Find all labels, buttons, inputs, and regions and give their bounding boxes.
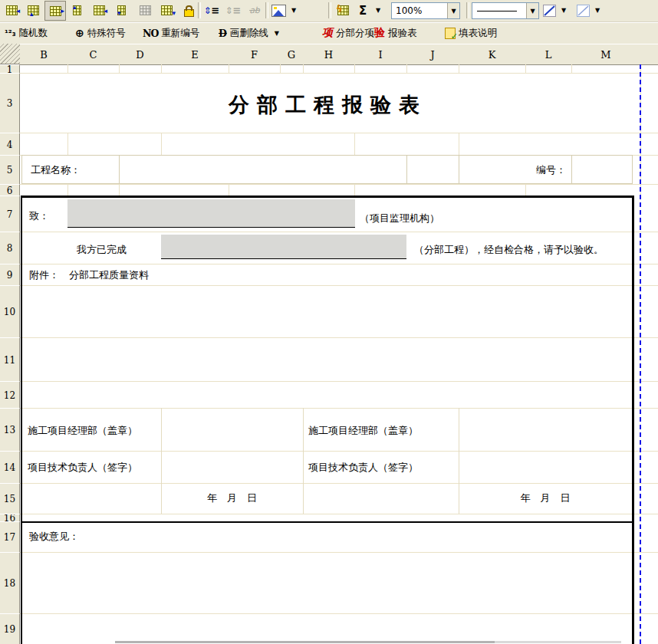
picture-dropdown-arrow-icon[interactable]: ▼	[288, 2, 299, 19]
renumber-button[interactable]: NO重新编号	[143, 25, 199, 41]
split-cell-icon[interactable]: ▴	[23, 2, 43, 19]
form-title: 分部工程报验表	[21, 91, 634, 119]
bottom-partial-border	[495, 641, 621, 643]
gridline	[67, 64, 68, 73]
column-header-G[interactable]: G	[280, 44, 304, 65]
special-symbol-button[interactable]: ⊕特殊符号	[75, 25, 126, 41]
strikethrough-dropdown-arrow-icon[interactable]: ▼	[275, 30, 279, 37]
row-header-15[interactable]: 15	[0, 483, 20, 515]
sign-label-right: 项目技术负责人（签字）	[308, 461, 418, 475]
insert-column-icon[interactable]: ◂	[89, 2, 109, 19]
gridline	[20, 73, 658, 74]
strikethrough-button[interactable]: D画删除线▼	[219, 25, 279, 41]
line-style-dropdown-arrow-icon[interactable]: ▼	[526, 3, 538, 18]
row-header-3[interactable]: 3	[0, 73, 20, 134]
date-left: 年 月 日	[161, 491, 303, 505]
supervisor-input-field[interactable]	[67, 199, 355, 228]
column-header-F[interactable]: F	[229, 44, 281, 65]
row-header-11[interactable]: 11	[0, 337, 20, 383]
gridline	[119, 64, 120, 73]
gridline	[571, 64, 572, 73]
column-header-stub[interactable]	[640, 44, 658, 65]
row-header-14[interactable]: 14	[0, 451, 20, 485]
number-field[interactable]	[572, 156, 632, 183]
row-header-9[interactable]: 9	[0, 264, 20, 287]
gridline	[20, 133, 658, 133]
project-name-field[interactable]	[120, 156, 406, 183]
gridline	[406, 64, 407, 73]
gridline	[119, 184, 120, 196]
row-spacing-disabled-icon: ⇕≡	[223, 2, 243, 19]
table-autofit-icon[interactable]: ▾	[156, 2, 176, 19]
gridline	[280, 64, 281, 73]
delete-row-icon[interactable]: ▾	[111, 2, 131, 19]
toolbar-separator	[265, 2, 268, 18]
insert-row-icon[interactable]: ▴	[67, 2, 87, 19]
column-header-M[interactable]: M	[571, 44, 641, 65]
toolbar-separator	[466, 2, 469, 18]
gridline	[354, 64, 355, 73]
completed-label: 我方已完成	[77, 243, 127, 257]
merge-cells-left-icon[interactable]: ◂	[2, 2, 21, 19]
autosum-icon[interactable]: Σ	[353, 2, 373, 19]
row-header-10[interactable]: 10	[0, 285, 20, 339]
recalc-formula-icon[interactable]: ϟ	[333, 2, 353, 19]
column-header-H[interactable]: H	[303, 44, 355, 65]
note-check-icon	[445, 28, 456, 39]
column-header-E[interactable]: E	[161, 44, 229, 65]
row-header-18[interactable]: 18	[0, 552, 20, 615]
row-header-4[interactable]: 4	[0, 133, 20, 156]
merge-cells-right-icon[interactable]: ▸	[44, 1, 66, 21]
column-header-C[interactable]: C	[67, 44, 120, 65]
zoom-dropdown-arrow-icon[interactable]: ▼	[447, 3, 459, 18]
random-number-button[interactable]: ¹²₃随机数	[5, 25, 48, 41]
lock-icon[interactable]	[179, 2, 199, 19]
gridline	[20, 184, 658, 185]
autosum-dropdown-arrow-icon[interactable]: ▼	[373, 2, 383, 19]
gridline	[67, 133, 68, 155]
row-header-5[interactable]: 5	[0, 155, 20, 186]
column-header-J[interactable]: J	[406, 44, 459, 65]
border-color-icon[interactable]	[541, 2, 557, 19]
row-header-13[interactable]: 13	[0, 408, 20, 452]
strikethrough-icon: D	[219, 28, 227, 39]
gridline	[303, 64, 304, 73]
row-header-8[interactable]: 8	[0, 232, 20, 265]
row-header-12[interactable]: 12	[0, 381, 20, 409]
inspection-form-button[interactable]: 验报验表	[374, 25, 417, 41]
date-right: 年 月 日	[459, 491, 632, 505]
fill-color-icon[interactable]	[575, 2, 591, 19]
column-header-I[interactable]: I	[354, 44, 407, 65]
random-number-icon: ¹²₃	[5, 28, 15, 38]
column-header-D[interactable]: D	[119, 44, 162, 65]
row-header-7[interactable]: 7	[0, 196, 20, 233]
fill-help-button[interactable]: 填表说明	[445, 25, 497, 41]
select-all-corner[interactable]	[0, 44, 21, 64]
page-break-line	[640, 64, 641, 644]
column-header-K[interactable]: K	[459, 44, 526, 65]
spreadsheet-app: { "toolbar_main": { "zoom_value": "100%"…	[0, 0, 658, 644]
zoom-value: 100%	[392, 5, 422, 16]
subproject-input-field[interactable]	[161, 235, 406, 259]
column-header-L[interactable]: L	[525, 44, 572, 65]
to-label: 致：	[29, 209, 49, 223]
zoom-combobox[interactable]: 100% ▼	[391, 2, 460, 19]
fill-color-dropdown-arrow-icon[interactable]: ▼	[592, 2, 603, 19]
attachment-value: 分部工程质量资料	[69, 268, 149, 282]
gridline	[161, 133, 162, 155]
row-header-19[interactable]: 19	[0, 613, 20, 644]
form-section-divider	[21, 521, 633, 523]
main-toolbar: ◂ ▴ ▸ ▴ ◂ ▾ ▾ ⇕≡ ⇕≡ ab ▼ ϟ Σ ▼ 100% ▼ ▼ …	[0, 0, 658, 22]
supervisor-suffix: （项目监理机构）	[360, 212, 439, 225]
column-header-B[interactable]: B	[20, 44, 68, 65]
border-color-dropdown-arrow-icon[interactable]: ▼	[558, 2, 569, 19]
clear-format-disabled-icon: ab	[245, 2, 265, 19]
line-style-combobox[interactable]: ▼	[472, 2, 539, 19]
subitem-button[interactable]: 项分部分项	[322, 25, 374, 41]
toolbar-separator	[328, 2, 331, 18]
row-header-17[interactable]: 17	[0, 521, 20, 554]
gridline	[354, 184, 355, 196]
insert-picture-icon[interactable]	[270, 2, 287, 19]
row-spacing-icon[interactable]: ⇕≡	[202, 2, 222, 19]
toolbar-separator	[198, 2, 201, 18]
